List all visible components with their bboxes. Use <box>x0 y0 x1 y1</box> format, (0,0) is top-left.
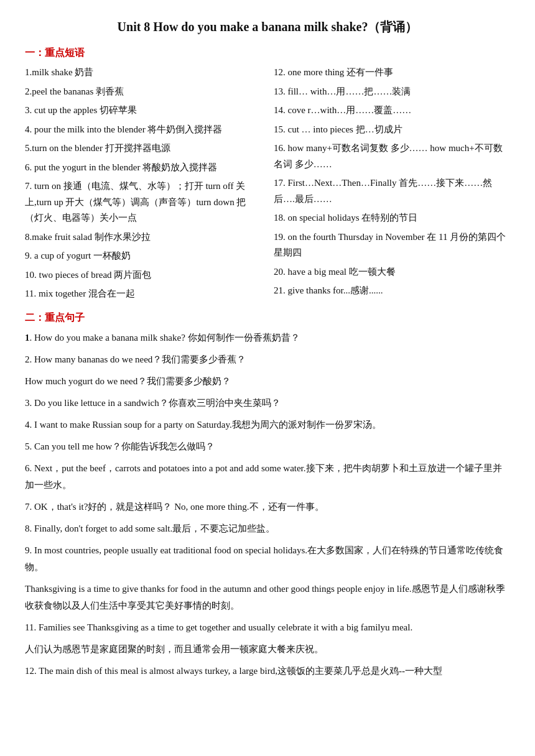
vocab-item-left: 3. cut up the apples 切碎苹果 <box>25 103 261 119</box>
vocab-item-left: 4. pour the milk into the blender 将牛奶倒入搅… <box>25 122 261 138</box>
vocab-item-left: 2.peel the bananas 剥香蕉 <box>25 84 261 100</box>
vocab-item-right: 13. fill… with…用……把……装满 <box>274 84 510 100</box>
sentence-item: 12. The main dish of this meal is almost… <box>25 663 510 680</box>
sentence-item: 5. Can you tell me how？你能告诉我怎么做吗？ <box>25 438 510 455</box>
sentence-item: 1. How do you make a banana milk shake? … <box>25 330 510 346</box>
sentence-item: 3. Do you like lettuce in a sandwich？你喜欢… <box>25 395 510 412</box>
vocab-left: 1.milk shake 奶昔2.peel the bananas 剥香蕉3. … <box>25 65 261 305</box>
vocab-item-left: 1.milk shake 奶昔 <box>25 65 261 81</box>
sentence-item: 8. Finally, don't forget to add some sal… <box>25 520 510 537</box>
vocab-item-left: 11. mix together 混合在一起 <box>25 286 261 302</box>
vocab-item-right: 20. have a big meal 吃一顿大餐 <box>274 264 510 280</box>
sentence-item: 11. Families see Thanksgiving as a time … <box>25 619 510 636</box>
sentence-item: 7. OK，that's it?好的，就是这样吗？ No, one more t… <box>25 499 510 515</box>
section1-header: 一：重点短语 <box>25 47 510 60</box>
vocab-item-left: 9. a cup of yogurt 一杯酸奶 <box>25 248 261 264</box>
vocab-item-right: 17. First…Next…Then…Finally 首先……接下来……然后…… <box>274 175 510 207</box>
sentence-item: 9. In most countries, people usually eat… <box>25 542 510 576</box>
sentence-item: How much yogurt do we need？我们需要多少酸奶？ <box>25 373 510 390</box>
vocab-right: 12. one more thing 还有一件事13. fill… with…用… <box>274 65 510 305</box>
section2-header: 二：重点句子 <box>25 311 510 325</box>
vocab-item-right: 19. on the fourth Thursday in November 在… <box>274 229 510 261</box>
sentence-item: 2. How many bananas do we need？我们需要多少香蕉？ <box>25 351 510 368</box>
vocab-item-left: 10. two pieces of bread 两片面包 <box>25 267 261 284</box>
sentence-item: 人们认为感恩节是家庭团聚的时刻，而且通常会用一顿家庭大餐来庆祝。 <box>25 641 510 658</box>
vocab-item-right: 14. cove r…with…用……覆盖…… <box>274 103 510 119</box>
vocab-item-left: 5.turn on the blender 打开搅拌器电源 <box>25 141 261 157</box>
vocab-item-right: 18. on special holidays 在特别的节日 <box>274 210 510 226</box>
sentence-item: 6. Next，put the beef，carrots and potatoe… <box>25 460 510 494</box>
sentences-list: 1. How do you make a banana milk shake? … <box>25 330 510 680</box>
sentence-item: Thanksgiving is a time to give thanks fo… <box>25 581 510 614</box>
vocab-item-left: 7. turn on 接通（电流、煤气、水等）；打开 turn off 关上,t… <box>25 178 261 226</box>
vocab-item-left: 8.make fruit salad 制作水果沙拉 <box>25 229 261 246</box>
vocab-item-right: 12. one more thing 还有一件事 <box>274 65 510 81</box>
vocab-item-left: 6. put the yogurt in the blender 将酸奶放入搅拌… <box>25 160 261 176</box>
vocab-item-right: 15. cut … into pieces 把…切成片 <box>274 122 510 138</box>
vocab-item-right: 16. how many+可数名词复数 多少…… how much+不可数名词 … <box>274 141 510 172</box>
sentence-item: 4. I want to make Russian soup for a par… <box>25 417 510 433</box>
page-title: Unit 8 How do you make a banana milk sha… <box>25 19 510 35</box>
section2: 二：重点句子 1. How do you make a banana milk … <box>25 311 510 680</box>
vocab-item-right: 21. give thanks for...感谢...... <box>274 283 510 299</box>
section1: 一：重点短语 1.milk shake 奶昔2.peel the bananas… <box>25 47 510 305</box>
vocab-columns: 1.milk shake 奶昔2.peel the bananas 剥香蕉3. … <box>25 65 510 305</box>
